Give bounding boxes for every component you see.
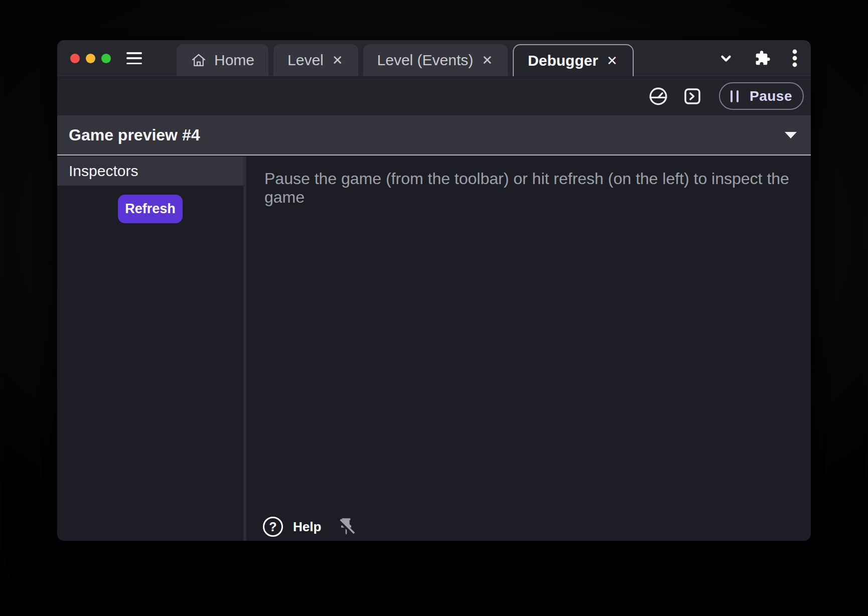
help-label[interactable]: Help	[293, 519, 321, 535]
console-icon[interactable]	[682, 86, 703, 107]
app-window: Home Level ✕ Level (Events) ✕ Debugger ✕	[57, 40, 811, 541]
footer-row: ? Help	[263, 517, 356, 537]
game-preview-header[interactable]: Game preview #4	[57, 115, 811, 156]
debugger-toolbar: Pause	[57, 77, 811, 115]
kebab-menu-icon[interactable]	[792, 48, 798, 68]
close-tab-icon[interactable]: ✕	[606, 53, 619, 68]
pause-icon	[731, 90, 739, 102]
close-window-button[interactable]	[70, 54, 80, 63]
inspector-hint-message: Pause the game (from the toolbar) or hit…	[246, 157, 811, 207]
tab-strip: Home Level ✕ Level (Events) ✕ Debugger ✕	[177, 44, 634, 76]
refresh-button[interactable]: Refresh	[118, 195, 183, 223]
tab-label: Level	[287, 52, 324, 69]
pause-button[interactable]: Pause	[719, 82, 804, 110]
inspectors-sidebar: Inspectors Refresh	[57, 157, 243, 541]
inspector-main-panel: Pause the game (from the toolbar) or hit…	[246, 157, 811, 541]
debugger-content: Inspectors Refresh Pause the game (from …	[57, 157, 811, 541]
inspectors-header-label: Inspectors	[69, 163, 138, 180]
game-preview-title: Game preview #4	[69, 126, 200, 144]
tab-label: Level (Events)	[377, 52, 474, 69]
chevron-down-icon[interactable]	[718, 51, 734, 66]
window-controls	[70, 54, 111, 63]
titlebar-actions	[718, 40, 798, 76]
pause-button-label: Pause	[750, 88, 792, 104]
maximize-window-button[interactable]	[101, 54, 111, 63]
titlebar: Home Level ✕ Level (Events) ✕ Debugger ✕	[57, 40, 811, 76]
unpin-icon[interactable]	[336, 517, 356, 537]
dropdown-caret-icon[interactable]	[785, 132, 797, 138]
extensions-puzzle-icon[interactable]	[755, 50, 771, 66]
home-icon	[191, 52, 207, 68]
tab-level[interactable]: Level ✕	[273, 44, 358, 76]
close-tab-icon[interactable]: ✕	[331, 53, 344, 68]
tab-label: Home	[214, 52, 254, 69]
tab-label: Debugger	[528, 52, 598, 69]
tab-level-events[interactable]: Level (Events) ✕	[363, 44, 508, 76]
profiler-gauge-icon[interactable]	[648, 86, 669, 107]
close-tab-icon[interactable]: ✕	[481, 53, 494, 68]
main-menu-icon[interactable]	[126, 52, 142, 64]
tab-debugger[interactable]: Debugger ✕	[513, 44, 634, 76]
minimize-window-button[interactable]	[86, 54, 95, 63]
tab-home[interactable]: Home	[177, 44, 268, 76]
help-icon[interactable]: ?	[263, 517, 283, 537]
inspectors-header: Inspectors	[57, 157, 243, 186]
